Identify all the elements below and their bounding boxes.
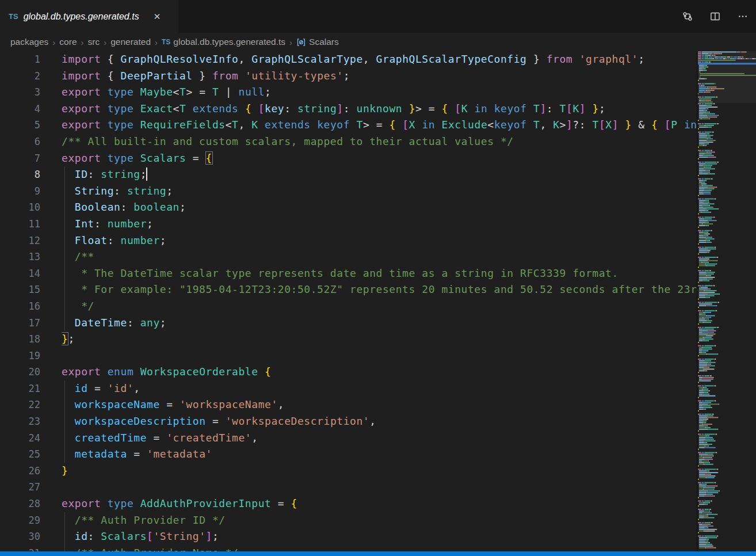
code-line[interactable]: 18}; (0, 331, 698, 348)
code-line[interactable]: 21 id = 'id', (0, 380, 698, 397)
code-line[interactable]: 6/** All built-in and custom scalars, ma… (0, 134, 698, 150)
line-number[interactable]: 30 (0, 528, 40, 545)
line-number[interactable]: 18 (0, 331, 40, 348)
code-text[interactable]: Int: number; (62, 216, 698, 233)
line-number[interactable]: 24 (0, 430, 40, 447)
code-line[interactable]: 17 DateTime: any; (0, 315, 698, 332)
breadcrumb-item-core[interactable]: core (59, 37, 77, 47)
code-text[interactable]: /** Auth Provider Name */ (62, 545, 698, 551)
code-text[interactable]: export type Scalars = { (62, 150, 698, 167)
minimap[interactable] (698, 51, 756, 551)
code-line[interactable]: 2import { DeepPartial } from 'utility-ty… (0, 68, 698, 85)
code-line[interactable]: 16 */ (0, 298, 698, 315)
code-line[interactable]: 30 id: Scalars['String']; (0, 528, 698, 545)
code-text[interactable]: */ (62, 298, 698, 315)
code-line[interactable]: 28export type AddAuthProviderInput = { (0, 496, 698, 512)
line-number[interactable]: 23 (0, 413, 40, 430)
line-number[interactable]: 9 (0, 183, 40, 200)
code-text[interactable]: /** All built-in and custom scalars, map… (62, 134, 698, 150)
code-text[interactable]: * The DateTime scalar type represents da… (62, 265, 698, 282)
code-line[interactable]: 31 /** Auth Provider Name */ (0, 545, 698, 551)
close-icon[interactable]: ✕ (151, 10, 163, 23)
line-number[interactable]: 2 (0, 68, 40, 85)
code-text[interactable]: workspaceDescription = 'workspaceDescrip… (62, 413, 698, 430)
line-number[interactable]: 16 (0, 298, 40, 315)
code-line[interactable]: 14 * The DateTime scalar type represents… (0, 265, 698, 282)
line-number[interactable]: 26 (0, 463, 40, 479)
code-text[interactable]: ID: string; (62, 166, 698, 183)
line-number[interactable]: 6 (0, 134, 40, 150)
code-text[interactable]: export type RequireFields<T, K extends k… (62, 117, 698, 134)
code-text[interactable]: metadata = 'metadata' (62, 446, 698, 463)
code-text[interactable]: import { DeepPartial } from 'utility-typ… (62, 68, 698, 85)
line-number[interactable]: 28 (0, 496, 40, 512)
code-text[interactable]: createdTime = 'createdTime', (62, 430, 698, 447)
code-line[interactable]: 12 Float: number; (0, 233, 698, 249)
code-text[interactable]: DateTime: any; (62, 315, 698, 332)
line-number[interactable]: 7 (0, 150, 40, 167)
code-text[interactable]: import { GraphQLResolveInfo, GraphQLScal… (62, 51, 698, 68)
code-line[interactable]: 9 String: string; (0, 183, 698, 200)
line-number[interactable]: 4 (0, 101, 40, 117)
code-line[interactable]: 5export type RequireFields<T, K extends … (0, 117, 698, 134)
code-text[interactable]: id = 'id', (62, 380, 698, 397)
code-line[interactable]: 15 * For example: "1985-04-12T23:20:50.5… (0, 281, 698, 298)
line-number[interactable]: 3 (0, 84, 40, 101)
code-line[interactable]: 13 /** (0, 249, 698, 265)
code-line[interactable]: 8 ID: string; (0, 166, 698, 183)
code-text[interactable]: id: Scalars['String']; (62, 528, 698, 545)
code-text[interactable]: /** (62, 249, 698, 265)
code-text[interactable]: Boolean: boolean; (62, 199, 698, 216)
line-number[interactable]: 25 (0, 446, 40, 463)
code-text[interactable]: export enum WorkspaceOrderable { (62, 364, 698, 380)
code-line[interactable]: 19 (0, 348, 698, 364)
code-line[interactable]: 7export type Scalars = { (0, 150, 698, 167)
code-line[interactable]: 22 workspaceName = 'workspaceName', (0, 397, 698, 413)
code-line[interactable]: 20export enum WorkspaceOrderable { (0, 364, 698, 380)
line-number[interactable]: 17 (0, 315, 40, 332)
breadcrumb-item-file[interactable]: TS global.db.types.generated.ts (162, 37, 285, 47)
code-line[interactable]: 23 workspaceDescription = 'workspaceDesc… (0, 413, 698, 430)
breadcrumb-item-generated[interactable]: generated (110, 37, 151, 47)
line-number[interactable]: 10 (0, 199, 40, 216)
code-text[interactable]: String: string; (62, 183, 698, 200)
more-actions-icon[interactable] (738, 12, 748, 22)
line-number[interactable]: 11 (0, 216, 40, 233)
code-text[interactable]: * For example: "1985-04-12T23:20:50.52Z"… (62, 281, 698, 298)
code-text[interactable]: workspaceName = 'workspaceName', (62, 397, 698, 413)
code-line[interactable]: 1import { GraphQLResolveInfo, GraphQLSca… (0, 51, 698, 68)
breadcrumb-item-packages[interactable]: packages (10, 37, 48, 47)
tab-global-db-types[interactable]: TS global.db.types.generated.ts ✕ (0, 0, 178, 33)
split-editor-icon[interactable] (710, 12, 720, 22)
code-line[interactable]: 11 Int: number; (0, 216, 698, 233)
code-line[interactable]: 26} (0, 463, 698, 479)
line-number[interactable]: 27 (0, 479, 40, 496)
line-number[interactable]: 14 (0, 265, 40, 282)
code-text[interactable]: } (62, 463, 698, 479)
breadcrumb-item-src[interactable]: src (88, 37, 100, 47)
line-number[interactable]: 13 (0, 249, 40, 265)
line-number[interactable]: 1 (0, 51, 40, 68)
code-text[interactable]: /** Auth Provider ID */ (62, 512, 698, 529)
code-text[interactable]: Float: number; (62, 233, 698, 249)
code-text[interactable]: export type AddAuthProviderInput = { (62, 496, 698, 512)
code-text[interactable]: }; (62, 331, 698, 348)
code-text[interactable]: export type Exact<T extends { [key: stri… (62, 101, 698, 117)
code-line[interactable]: 25 metadata = 'metadata' (0, 446, 698, 463)
code-line[interactable]: 27 (0, 479, 698, 496)
code-text[interactable]: export type Maybe<T> = T | null; (62, 84, 698, 101)
line-number[interactable]: 22 (0, 397, 40, 413)
line-number[interactable]: 19 (0, 348, 40, 364)
line-number[interactable]: 21 (0, 380, 40, 397)
code-line[interactable]: 24 createdTime = 'createdTime', (0, 430, 698, 447)
code-line[interactable]: 3export type Maybe<T> = T | null; (0, 84, 698, 101)
line-number[interactable]: 29 (0, 512, 40, 529)
line-number[interactable]: 5 (0, 117, 40, 134)
line-number[interactable]: 15 (0, 281, 40, 298)
line-number[interactable]: 31 (0, 545, 40, 551)
line-number[interactable]: 20 (0, 364, 40, 380)
breadcrumb-item-symbol-scalars[interactable]: Scalars (296, 37, 339, 47)
code-line[interactable]: 10 Boolean: boolean; (0, 199, 698, 216)
code-line[interactable]: 29 /** Auth Provider ID */ (0, 512, 698, 529)
code-line[interactable]: 4export type Exact<T extends { [key: str… (0, 101, 698, 117)
